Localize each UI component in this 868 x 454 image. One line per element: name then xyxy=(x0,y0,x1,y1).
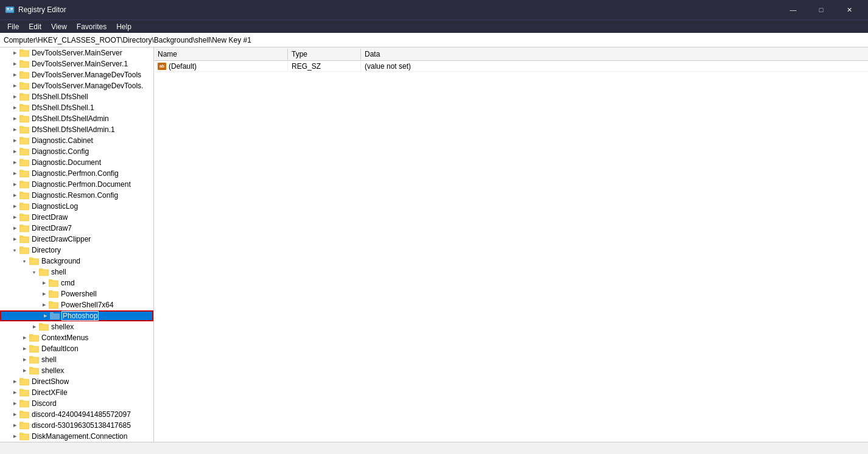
menu-favorites[interactable]: Favorites xyxy=(72,21,111,32)
tree-item-diag3[interactable]: Diagnostic.Document xyxy=(0,157,153,168)
tree-item-diag6[interactable]: Diagnostic.Resmon.Config xyxy=(0,190,153,201)
tree-item-diag1[interactable]: Diagnostic.Cabinet xyxy=(0,135,153,146)
folder-icon xyxy=(19,114,29,123)
tree-item-cmd[interactable]: cmd xyxy=(0,278,153,288)
title-bar: Registry Editor — □ ✕ xyxy=(0,0,868,19)
tree-item-devtools4[interactable]: DevToolsServer.ManageDevTools. xyxy=(0,80,153,91)
folder-icon xyxy=(19,421,29,430)
minimize-button[interactable]: — xyxy=(779,0,807,19)
tree-item-discord[interactable]: Discord xyxy=(0,398,153,409)
folder-icon xyxy=(19,202,29,211)
col-name[interactable]: Name xyxy=(154,49,288,60)
svg-rect-5 xyxy=(19,49,23,51)
folder-icon xyxy=(19,49,29,57)
tree-item-dfsshell3[interactable]: DfsShell.DfsShellAdmin xyxy=(0,113,153,124)
menu-help[interactable]: Help xyxy=(111,21,136,32)
folder-icon xyxy=(19,410,29,419)
tree-item-dfsshell4[interactable]: DfsShell.DfsShellAdmin.1 xyxy=(0,124,153,135)
svg-rect-44 xyxy=(39,270,49,276)
tree-item-directory[interactable]: Directory xyxy=(0,245,153,256)
close-button[interactable]: ✕ xyxy=(835,0,863,19)
menu-edit[interactable]: Edit xyxy=(24,21,46,32)
tree-item-powershell7x64[interactable]: PowerShell7x64 xyxy=(0,299,153,310)
tree-label-discord1: discord-424004941485572097 xyxy=(32,410,131,419)
details-header: Name Type Data xyxy=(154,47,868,61)
folder-icon xyxy=(39,323,49,331)
tree-item-background[interactable]: Background xyxy=(0,256,153,267)
col-type[interactable]: Type xyxy=(288,49,361,60)
svg-rect-23 xyxy=(19,148,23,150)
tree-item-diag5[interactable]: Diagnostic.Perfmon.Document xyxy=(0,179,153,190)
tree-label-directdraw: DirectDraw xyxy=(32,213,68,222)
tree-label-dfsshell4: DfsShell.DfsShellAdmin.1 xyxy=(32,125,115,134)
tree-item-devtools3[interactable]: DevToolsServer.ManageDevTools xyxy=(0,69,153,80)
tree-item-dfsshell1[interactable]: DfsShell.DfsShell xyxy=(0,91,153,102)
folder-icon xyxy=(49,301,58,309)
svg-rect-22 xyxy=(19,149,29,155)
tree-item-shellex2[interactable]: shellex xyxy=(0,365,153,376)
svg-rect-1 xyxy=(7,8,9,10)
tree-item-discord1[interactable]: discord-424004941485572097 xyxy=(0,409,153,420)
tree-item-diaglog[interactable]: DiagnosticLog xyxy=(0,201,153,212)
folder-icon xyxy=(19,191,29,200)
tree-label-directory: Directory xyxy=(32,246,61,254)
tree-item-directshow[interactable]: DirectShow xyxy=(0,376,153,387)
svg-rect-19 xyxy=(19,126,23,128)
svg-rect-18 xyxy=(19,127,29,133)
tree-item-directdrawclipper[interactable]: DirectDrawClipper xyxy=(0,234,153,245)
tree-label-devtools4: DevToolsServer.ManageDevTools. xyxy=(32,82,143,90)
svg-rect-71 xyxy=(19,411,23,413)
tree-label-diaglog: DiagnosticLog xyxy=(32,202,78,211)
menu-file[interactable]: File xyxy=(2,21,24,32)
svg-rect-59 xyxy=(29,345,33,347)
tree-item-powershell[interactable]: Powershell xyxy=(0,288,153,299)
svg-rect-48 xyxy=(49,292,58,298)
svg-rect-46 xyxy=(49,281,58,287)
tree-item-discord2[interactable]: discord-530196305138417685 xyxy=(0,420,153,431)
tree-item-diag4[interactable]: Diagnostic.Perfmon.Config xyxy=(0,168,153,179)
reg-value-icon: ab xyxy=(158,63,166,70)
svg-rect-16 xyxy=(19,116,29,122)
svg-rect-21 xyxy=(19,137,23,139)
svg-rect-4 xyxy=(19,51,29,57)
tree-item-devtools2[interactable]: DevToolsServer.MainServer.1 xyxy=(0,58,153,69)
folder-icon xyxy=(19,147,29,156)
tree-item-directdraw7[interactable]: DirectDraw7 xyxy=(0,223,153,234)
menu-view[interactable]: View xyxy=(46,21,72,32)
tree-label-diskmanagement: DiskManagement.Connection xyxy=(32,432,127,441)
maximize-button[interactable]: □ xyxy=(807,0,835,19)
tree-item-defaulticon[interactable]: DefaultIcon xyxy=(0,343,153,354)
svg-rect-10 xyxy=(19,83,29,89)
tree-item-directdraw[interactable]: DirectDraw xyxy=(0,212,153,223)
tree-item-shellex[interactable]: shellex xyxy=(0,321,153,332)
table-row[interactable]: ab(Default)REG_SZ(value not set) xyxy=(154,61,868,72)
svg-rect-25 xyxy=(19,159,23,161)
folder-icon xyxy=(19,246,29,254)
svg-rect-11 xyxy=(19,82,23,84)
tree-item-devtools1[interactable]: DevToolsServer.MainServer xyxy=(0,47,153,58)
tree-item-shell2[interactable]: shell xyxy=(0,354,153,365)
tree-item-diskmanagement[interactable]: DiskManagement.Connection xyxy=(0,431,153,442)
tree-item-diag2[interactable]: Diagnostic.Config xyxy=(0,146,153,157)
folder-icon xyxy=(19,180,29,189)
tree-item-shell[interactable]: shell xyxy=(0,267,153,278)
svg-rect-67 xyxy=(19,389,23,391)
tree-item-contextmenus[interactable]: ContextMenus xyxy=(0,332,153,343)
folder-icon xyxy=(19,224,29,232)
col-data[interactable]: Data xyxy=(361,49,868,60)
tree-label-directshow: DirectShow xyxy=(32,377,69,386)
window-title: Registry Editor xyxy=(18,5,779,14)
folder-icon xyxy=(19,60,29,68)
registry-tree[interactable]: DevToolsServer.MainServer DevToolsServer… xyxy=(0,47,154,442)
svg-rect-49 xyxy=(49,290,52,292)
tree-item-dfsshell2[interactable]: DfsShell.DfsShell.1 xyxy=(0,102,153,113)
svg-rect-72 xyxy=(19,423,29,429)
svg-rect-55 xyxy=(39,323,43,325)
folder-icon xyxy=(19,93,29,101)
svg-rect-51 xyxy=(49,301,52,303)
folder-icon xyxy=(19,158,29,167)
tree-item-directxfile[interactable]: DirectXFile xyxy=(0,387,153,398)
cell-type: REG_SZ xyxy=(288,61,361,72)
tree-item-photoshop[interactable]: Photoshop xyxy=(0,310,153,321)
photoshop-label[interactable]: Photoshop xyxy=(61,311,99,321)
